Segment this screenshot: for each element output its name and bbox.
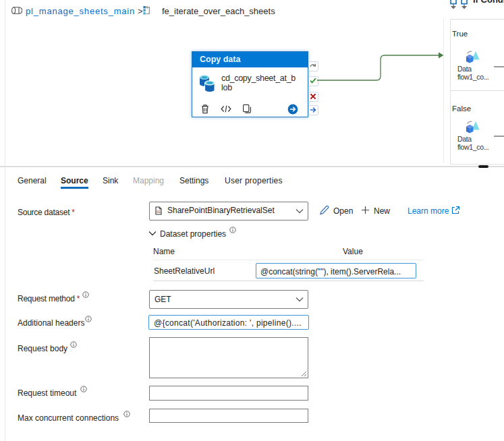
svg-text:01: 01 — [157, 210, 161, 214]
